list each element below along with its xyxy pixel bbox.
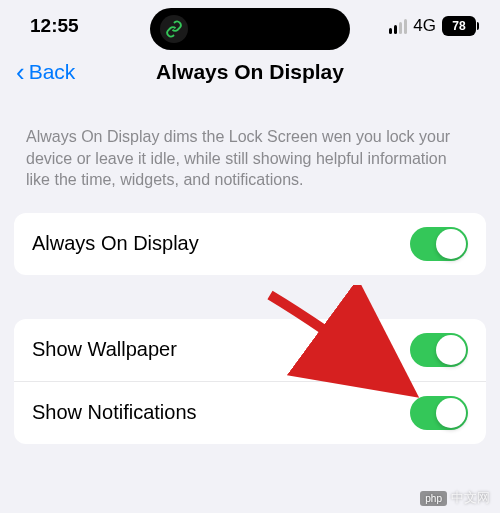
row-show-wallpaper: Show Wallpaper [14,319,486,381]
page-title: Always On Display [156,60,344,84]
network-label: 4G [413,16,436,36]
watermark-text: 中文网 [451,489,490,507]
row-always-on-display: Always On Display [14,213,486,275]
row-label: Show Notifications [32,401,197,424]
description-text: Always On Display dims the Lock Screen w… [0,98,500,205]
watermark-badge: php [420,491,447,506]
signal-icon [389,19,407,34]
status-bar: 12:55 4G 78 [0,0,500,48]
toggle-show-notifications[interactable] [410,396,468,430]
row-show-notifications: Show Notifications [14,381,486,444]
chevron-left-icon: ‹ [16,59,25,85]
nav-bar: ‹ Back Always On Display [0,48,500,98]
settings-group-options: Show Wallpaper Show Notifications [14,319,486,444]
status-time: 12:55 [30,15,79,37]
battery-icon: 78 [442,16,476,36]
toggle-always-on-display[interactable] [410,227,468,261]
toggle-show-wallpaper[interactable] [410,333,468,367]
link-icon [160,15,188,43]
dynamic-island[interactable] [150,8,350,50]
back-label: Back [29,60,76,84]
back-button[interactable]: ‹ Back [16,59,75,85]
row-label: Show Wallpaper [32,338,177,361]
status-right: 4G 78 [389,16,476,36]
watermark: php 中文网 [420,489,490,507]
settings-group-main: Always On Display [14,213,486,275]
row-label: Always On Display [32,232,199,255]
